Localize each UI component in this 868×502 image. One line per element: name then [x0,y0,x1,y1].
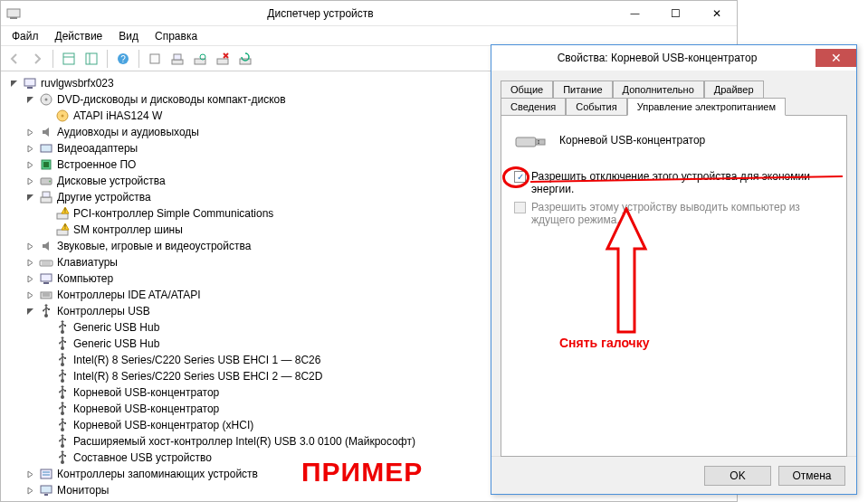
ok-button[interactable]: OK [704,466,771,486]
expand-icon[interactable] [24,143,35,154]
usb-icon [55,385,70,400]
expand-icon[interactable] [24,469,35,479]
svg-rect-75 [516,137,536,147]
expander-placeholder [41,322,52,333]
menu-file[interactable]: Файл [5,28,46,44]
tab-general[interactable]: Общие [501,81,553,98]
tree-item-label: Другие устройства [57,191,151,204]
cancel-button[interactable]: Отмена [778,466,845,486]
toolbar-properties-icon[interactable] [145,49,165,69]
expand-icon[interactable] [24,175,35,186]
tree-item-label: Контроллеры IDE ATA/ATAPI [57,289,201,301]
firmware-icon [39,157,53,172]
tab-events[interactable]: События [566,98,626,116]
tab-power-management[interactable]: Управление электропитанием [627,98,786,116]
expand-icon[interactable] [24,289,35,300]
collapse-icon[interactable] [24,306,35,317]
tree-item-label: Звуковые, игровые и видеоустройства [57,240,251,252]
svg-rect-76 [536,139,545,145]
checkbox-allow-wake: Разрешить этому устройству выводить комп… [514,201,834,226]
toolbar-view2-icon[interactable] [81,49,101,69]
toolbar-scan-icon[interactable] [190,49,210,69]
minimize-button[interactable] [615,5,655,23]
toolbar-forward-icon[interactable] [27,49,47,69]
svg-rect-28 [57,213,68,219]
tree-item-label: Клавиатуры [57,256,118,269]
svg-rect-74 [44,494,48,496]
expander-placeholder [41,452,52,463]
checkbox-allow-power-off[interactable]: ✓ Разрешить отключение этого устройства … [514,170,834,195]
svg-point-49 [61,363,64,366]
warn-icon: ! [55,206,70,221]
toolbar-view1-icon[interactable] [59,49,79,69]
expand-icon[interactable] [24,159,35,170]
tree-item-label: Корневой USB-концентратор [73,386,219,399]
svg-rect-9 [172,60,183,64]
svg-rect-8 [150,54,159,63]
expand-icon[interactable] [24,485,35,496]
svg-rect-57 [64,390,66,392]
svg-point-40 [44,314,48,317]
menu-view[interactable]: Вид [111,28,146,44]
svg-point-20 [62,115,64,118]
tree-item-label: Встроенное ПО [57,158,136,171]
tree-item-label: Контроллеры USB [57,305,150,317]
tree-item-label: Расширяемый хост-контроллер Intel(R) USB… [73,435,415,448]
svg-point-18 [45,99,48,101]
collapse-icon[interactable] [24,192,35,203]
expand-icon[interactable] [24,257,35,268]
dialog-close-button[interactable]: ✕ [816,49,856,67]
tree-item-label: PCI-контроллер Simple Communications [73,207,273,220]
keyboard-icon [39,255,53,270]
svg-rect-1 [10,17,17,19]
properties-title: Свойства: Корневой USB-концентратор [499,52,816,64]
svg-point-59 [59,408,61,410]
collapse-icon[interactable] [8,78,19,89]
toolbar-uninstall-icon[interactable] [213,49,233,69]
usb-icon [55,418,70,432]
video-icon [39,141,53,156]
usb-device-icon [514,128,547,152]
menu-action[interactable]: Действие [48,28,110,44]
expander-placeholder [41,110,52,121]
device-manager-titlebar: Диспетчер устройств ☐ ✕ [1,1,737,26]
tab-advanced[interactable]: Дополнительно [613,81,704,98]
checkbox-icon [514,202,526,213]
svg-rect-23 [43,162,49,167]
svg-point-65 [59,440,61,442]
dvd-icon [39,92,53,107]
tree-item-label: Generic USB Hub [73,337,159,350]
tab-power[interactable]: Питание [553,81,612,98]
svg-rect-42 [48,308,50,310]
expand-icon[interactable] [24,241,35,251]
collapse-icon[interactable] [24,94,35,105]
menu-help[interactable]: Справка [148,28,205,44]
checkbox-label: Разрешить отключение этого устройства дл… [531,170,834,195]
svg-rect-71 [43,471,50,473]
toolbar-refresh-icon[interactable] [235,49,255,69]
tree-item-label: DVD-дисководы и дисководы компакт-дисков [57,93,286,106]
audio-icon [39,125,53,139]
svg-rect-45 [64,325,66,327]
toolbar-devices-icon[interactable] [167,49,187,69]
tree-item-label: Контроллеры запоминающих устройств [57,468,258,480]
device-manager-title: Диспетчер устройств [26,7,615,20]
expand-icon[interactable] [24,127,35,137]
expander-placeholder [41,436,52,447]
tree-item-label: Аудиовходы и аудиовыходы [57,126,199,138]
tab-details[interactable]: Сведения [501,98,566,116]
tree-item-label: ATAPI iHAS124 W [73,109,162,122]
expand-icon[interactable] [24,273,35,284]
tab-panel-power-management: Корневой USB-концентратор ✓ Разрешить от… [501,115,847,457]
window-close-button[interactable]: ✕ [696,5,737,23]
tree-item-label: Дисковые устройства [57,175,166,187]
tree-item-label: Корневой USB-концентратор [73,403,219,415]
tree-item-label: Intel(R) 8 Series/C220 Series USB EHCI 1… [73,354,320,366]
tab-driver[interactable]: Драйвер [704,81,764,98]
maximize-button[interactable]: ☐ [655,5,696,23]
toolbar-back-icon[interactable] [5,49,24,69]
hdd-icon [39,174,53,188]
toolbar-help-icon[interactable]: ? [113,49,133,69]
monitor-icon [39,483,53,497]
svg-rect-51 [64,357,66,359]
